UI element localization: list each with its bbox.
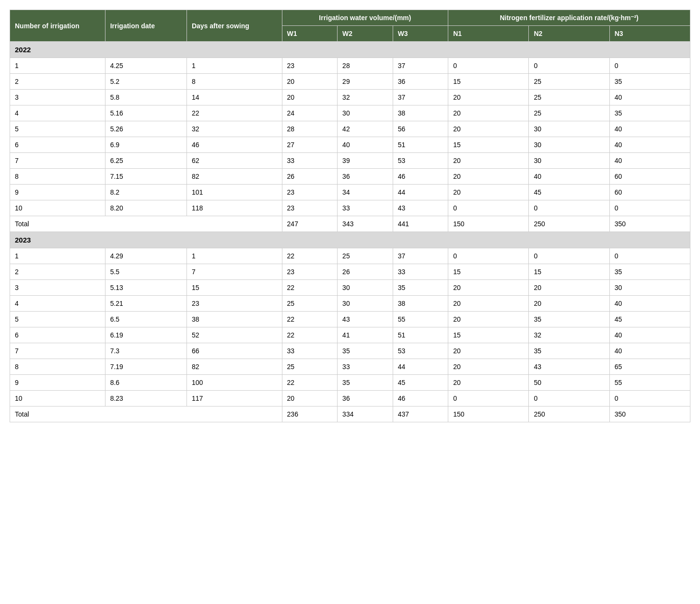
table-cell: 20 — [282, 74, 338, 90]
table-cell: 0 — [609, 58, 690, 74]
table-cell: 60 — [609, 169, 690, 185]
table-cell: 43 — [529, 359, 609, 375]
table-cell: 30 — [609, 280, 690, 296]
table-cell: 15 — [448, 137, 529, 153]
table-cell: 0 — [448, 200, 529, 216]
table-cell: 35 — [609, 74, 690, 90]
table-cell: 25 — [282, 296, 338, 312]
table-row: 108.23117203646000 — [10, 391, 690, 407]
group-header-row: 2023 — [10, 232, 690, 248]
table-row: 87.1582263646204060 — [10, 169, 690, 185]
table-cell: 51 — [393, 137, 448, 153]
table-cell: 32 — [187, 121, 282, 137]
table-cell: 30 — [338, 105, 393, 121]
total-cell: 334 — [338, 407, 393, 422]
table-cell: 7.19 — [105, 359, 187, 375]
header-nitrogen: Nitrogen fertilizer application rate/(kg… — [448, 10, 690, 26]
table-cell: 45 — [393, 375, 448, 391]
table-cell: 100 — [187, 375, 282, 391]
table-body: 202214.25123283700025.2820293615253535.8… — [10, 42, 690, 422]
table-cell: 38 — [393, 296, 448, 312]
table-cell: 44 — [393, 359, 448, 375]
table-row: 66.946274051153040 — [10, 137, 690, 153]
table-cell: 33 — [282, 153, 338, 169]
table-cell: 20 — [448, 296, 529, 312]
total-cell: 236 — [282, 407, 338, 422]
table-cell: 6.9 — [105, 137, 187, 153]
table-cell: 8.2 — [105, 185, 187, 200]
table-cell: 9 — [10, 375, 105, 391]
table-cell: 20 — [448, 343, 529, 359]
table-cell: 6.25 — [105, 153, 187, 169]
table-cell: 24 — [282, 105, 338, 121]
total-row: Total247343441150250350 — [10, 216, 690, 232]
header-date: Irrigation date — [105, 10, 187, 42]
table-cell: 20 — [448, 359, 529, 375]
table-cell: 118 — [187, 200, 282, 216]
total-label: Total — [10, 407, 282, 422]
table-cell: 28 — [338, 58, 393, 74]
table-cell: 0 — [609, 200, 690, 216]
table-cell: 30 — [529, 121, 609, 137]
total-cell: 343 — [338, 216, 393, 232]
table-cell: 22 — [282, 312, 338, 327]
table-cell: 5.13 — [105, 280, 187, 296]
table-cell: 35 — [529, 312, 609, 327]
table-cell: 25 — [529, 74, 609, 90]
table-row: 108.20118233343000 — [10, 200, 690, 216]
table-cell: 25 — [529, 90, 609, 105]
table-cell: 53 — [393, 343, 448, 359]
table-cell: 40 — [529, 169, 609, 185]
table-cell: 26 — [338, 264, 393, 280]
table-cell: 8.20 — [105, 200, 187, 216]
table-cell: 45 — [609, 312, 690, 327]
total-cell: 350 — [609, 216, 690, 232]
table-cell: 1 — [10, 58, 105, 74]
group-header-label: 2023 — [10, 232, 690, 248]
table-cell: 1 — [187, 248, 282, 264]
table-cell: 101 — [187, 185, 282, 200]
table-cell: 40 — [609, 343, 690, 359]
table-cell: 43 — [338, 312, 393, 327]
total-row: Total236334437150250350 — [10, 407, 690, 422]
table-cell: 82 — [187, 169, 282, 185]
table-cell: 23 — [282, 185, 338, 200]
group-header-label: 2022 — [10, 42, 690, 58]
table-cell: 36 — [338, 391, 393, 407]
table-cell: 0 — [529, 58, 609, 74]
table-row: 25.57232633151535 — [10, 264, 690, 280]
table-cell: 40 — [609, 121, 690, 137]
table-row: 98.6100223545205055 — [10, 375, 690, 391]
table-cell: 20 — [448, 121, 529, 137]
total-cell: 441 — [393, 216, 448, 232]
table-cell: 35 — [393, 280, 448, 296]
subheader-w2: W2 — [338, 26, 393, 42]
table-cell: 30 — [338, 296, 393, 312]
table-cell: 26 — [282, 169, 338, 185]
table-cell: 20 — [448, 153, 529, 169]
table-row: 35.1315223035202030 — [10, 280, 690, 296]
table-cell: 8 — [10, 359, 105, 375]
table-cell: 22 — [282, 280, 338, 296]
table-cell: 7 — [187, 264, 282, 280]
table-cell: 38 — [393, 105, 448, 121]
table-row: 45.1622243038202535 — [10, 105, 690, 121]
table-cell: 4 — [10, 105, 105, 121]
table-cell: 32 — [338, 90, 393, 105]
table-cell: 37 — [393, 90, 448, 105]
table-cell: 5.21 — [105, 296, 187, 312]
table-cell: 30 — [529, 137, 609, 153]
table-cell: 35 — [529, 343, 609, 359]
header-days: Days after sowing — [187, 10, 282, 42]
table-cell: 10 — [10, 391, 105, 407]
table-cell: 25 — [282, 359, 338, 375]
table-cell: 15 — [448, 264, 529, 280]
table-cell: 23 — [282, 200, 338, 216]
table-cell: 25 — [529, 105, 609, 121]
table-cell: 22 — [282, 248, 338, 264]
table-cell: 0 — [448, 391, 529, 407]
table-cell: 23 — [187, 296, 282, 312]
table-cell: 46 — [393, 391, 448, 407]
group-header-row: 2022 — [10, 42, 690, 58]
table-cell: 23 — [282, 264, 338, 280]
